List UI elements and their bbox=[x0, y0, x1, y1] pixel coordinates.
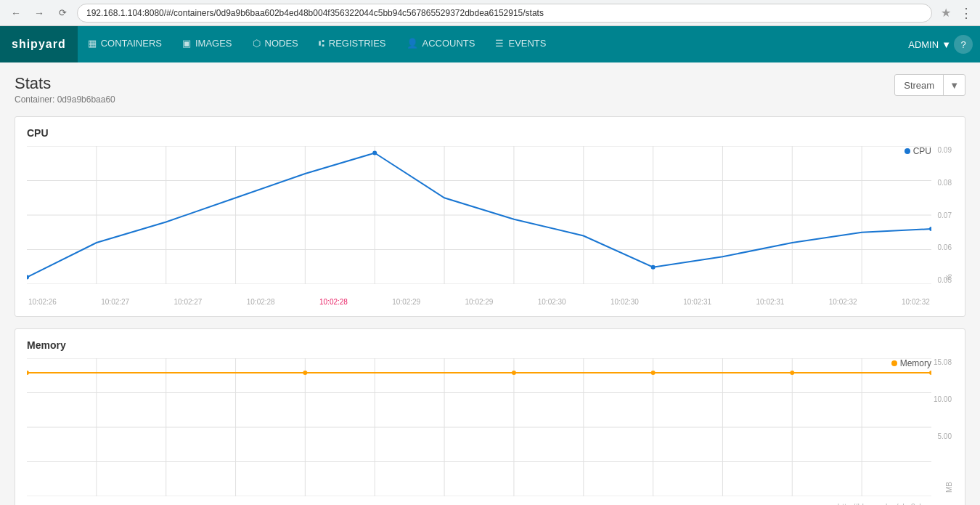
memory-chart-container: Memory bbox=[27, 358, 953, 505]
cpu-y-label-2: 0.08 bbox=[938, 179, 952, 187]
cpu-y-label-1: 0.09 bbox=[938, 146, 952, 154]
cpu-x-label-9: 10:02:31 bbox=[683, 298, 711, 306]
nav-nodes[interactable]: ⬡ NODES bbox=[242, 26, 309, 62]
nav-accounts-label: ACCOUNTS bbox=[422, 38, 475, 49]
accounts-icon: 👤 bbox=[407, 38, 418, 49]
nav-events-label: EVENTS bbox=[508, 38, 546, 49]
svg-point-41 bbox=[651, 371, 656, 375]
cpu-y-unit: % bbox=[945, 259, 953, 280]
navbar: shipyard ▦ CONTAINERS ▣ IMAGES ⬡ NODES ⑆… bbox=[0, 26, 980, 62]
brand-logo[interactable]: shipyard bbox=[0, 26, 78, 62]
svg-point-39 bbox=[303, 371, 307, 375]
page-subtitle: Container: 0d9a9b6baa60 bbox=[15, 94, 115, 105]
memory-y-label-1: 15.08 bbox=[934, 358, 952, 366]
cpu-chart-area: CPU bbox=[27, 146, 953, 306]
cpu-x-label-7: 10:02:30 bbox=[538, 298, 566, 306]
admin-button[interactable]: ADMIN ▼ bbox=[908, 39, 951, 50]
cpu-chart-title: CPU bbox=[27, 127, 953, 139]
memory-y-label-2: 10.00 bbox=[934, 395, 952, 403]
nav-items: ▦ CONTAINERS ▣ IMAGES ⬡ NODES ⑆ REGISTRI… bbox=[78, 26, 909, 62]
cpu-x-label-12: 10:02:32 bbox=[902, 298, 930, 306]
svg-point-42 bbox=[790, 371, 794, 375]
memory-chart-title: Memory bbox=[27, 339, 953, 351]
cpu-svg bbox=[27, 146, 931, 284]
cpu-x-label-4: 10:02:28 bbox=[319, 298, 348, 306]
page-title: Stats bbox=[15, 74, 115, 93]
memory-svg-wrapper bbox=[27, 358, 931, 496]
address-bar[interactable] bbox=[77, 4, 932, 23]
cpu-chart-panel: CPU CPU bbox=[15, 116, 965, 317]
cpu-y-label-3: 0.07 bbox=[938, 211, 952, 219]
page-content: Stats Container: 0d9a9b6baa60 Stream ▼ C… bbox=[0, 62, 980, 505]
nav-registries[interactable]: ⑆ REGISTRIES bbox=[309, 26, 396, 62]
cpu-x-label-3: 10:02:28 bbox=[247, 298, 275, 306]
memory-chart-area: Memory bbox=[27, 358, 953, 505]
cpu-x-label-5: 10:02:29 bbox=[392, 298, 420, 306]
svg-point-18 bbox=[372, 151, 377, 155]
containers-icon: ▦ bbox=[88, 38, 97, 49]
nav-nodes-label: NODES bbox=[265, 38, 298, 49]
help-button[interactable]: ? bbox=[954, 35, 973, 54]
stream-dropdown-icon: ▼ bbox=[944, 75, 965, 95]
cpu-chart-container: CPU bbox=[27, 146, 953, 306]
nav-accounts[interactable]: 👤 ACCOUNTS bbox=[396, 26, 486, 62]
cpu-y-label-4: 0.06 bbox=[938, 243, 952, 251]
svg-point-38 bbox=[27, 371, 29, 375]
memory-chart-panel: Memory Memory bbox=[15, 328, 965, 505]
reload-button[interactable]: ⟳ bbox=[54, 4, 71, 22]
navbar-right: ADMIN ▼ ? bbox=[908, 35, 973, 54]
bookmark-icon[interactable]: ★ bbox=[941, 6, 951, 20]
nav-events[interactable]: ☰ EVENTS bbox=[485, 26, 556, 62]
menu-icon[interactable]: ⋮ bbox=[960, 5, 973, 21]
nav-containers[interactable]: ▦ CONTAINERS bbox=[78, 26, 172, 62]
cpu-x-label-8: 10:02:30 bbox=[611, 298, 639, 306]
admin-dropdown-icon: ▼ bbox=[942, 39, 951, 50]
registries-icon: ⑆ bbox=[319, 38, 324, 49]
stream-button[interactable]: Stream ▼ bbox=[894, 74, 965, 96]
cpu-x-axis: 10:02:26 10:02:27 10:02:27 10:02:28 10:0… bbox=[27, 298, 931, 306]
svg-point-19 bbox=[651, 265, 656, 270]
back-button[interactable]: ← bbox=[7, 4, 25, 22]
stream-button-label: Stream bbox=[895, 75, 944, 95]
page-header: Stats Container: 0d9a9b6baa60 Stream ▼ bbox=[15, 74, 965, 105]
browser-bar: ← → ⟳ ★ ⋮ bbox=[0, 0, 980, 26]
svg-point-40 bbox=[512, 371, 516, 375]
cpu-x-label-2: 10:02:27 bbox=[174, 298, 203, 306]
admin-label: ADMIN bbox=[908, 39, 939, 50]
cpu-svg-wrapper bbox=[27, 146, 931, 284]
cpu-x-label-1: 10:02:27 bbox=[101, 298, 129, 306]
images-icon: ▣ bbox=[182, 38, 191, 49]
nodes-icon: ⬡ bbox=[253, 38, 261, 49]
nav-images[interactable]: ▣ IMAGES bbox=[172, 26, 242, 62]
cpu-x-label-11: 10:02:32 bbox=[829, 298, 857, 306]
cpu-x-label-6: 10:02:29 bbox=[465, 298, 494, 306]
nav-containers-label: CONTAINERS bbox=[101, 38, 162, 49]
memory-y-label-3: 5.00 bbox=[938, 432, 952, 440]
page-header-left: Stats Container: 0d9a9b6baa60 bbox=[15, 74, 115, 105]
cpu-x-label-10: 10:02:31 bbox=[756, 298, 785, 306]
memory-svg bbox=[27, 358, 931, 496]
cpu-x-label-0: 10:02:26 bbox=[28, 298, 57, 306]
events-icon: ☰ bbox=[495, 38, 504, 49]
watermark: http://blog.csdn. /shy2shy bbox=[838, 502, 928, 505]
nav-registries-label: REGISTRIES bbox=[329, 38, 386, 49]
memory-y-unit: MB bbox=[945, 471, 953, 493]
forward-button[interactable]: → bbox=[30, 4, 48, 22]
nav-images-label: IMAGES bbox=[195, 38, 232, 49]
